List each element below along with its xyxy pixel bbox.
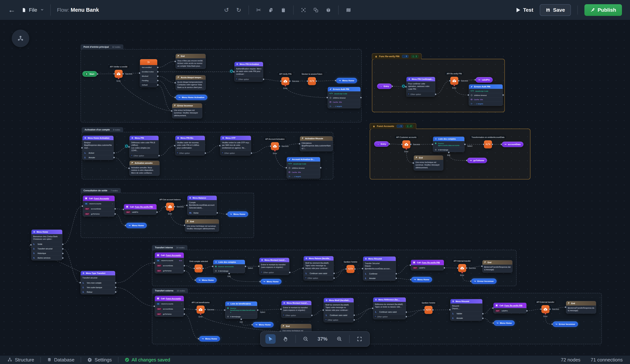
menu-option[interactable]: 1.Continuer sans saisir — [373, 310, 406, 314]
port[interactable] — [115, 282, 116, 284]
workspace-logo[interactable] — [12, 30, 29, 47]
port[interactable] — [320, 167, 322, 169]
other-option-row[interactable]: *Other option — [234, 77, 263, 81]
node-menu_otp[interactable]: Menu OTPVeuillez entrer le code OTP reçu… — [220, 136, 251, 156]
other-option-row[interactable]: *Other option — [324, 317, 354, 322]
node-menu_home_act2[interactable]: Menu Home ActivationBonjour ${apiRespons… — [82, 136, 114, 160]
node-list_comptes2[interactable]: Liste des comptesSource: toAccounts5 ite… — [213, 260, 245, 273]
node-pill_menu_home5[interactable]: ↪Menu Home — [260, 279, 282, 284]
ungroup-button[interactable] — [313, 7, 318, 13]
port[interactable] — [274, 150, 276, 152]
structure-button[interactable]: Structure — [7, 357, 34, 363]
other-option-row[interactable]: *Other option — [220, 151, 251, 155]
group-tab[interactable]: Point d'entrée principal12 nodes — [80, 44, 123, 49]
port[interactable] — [138, 72, 140, 74]
node-activation_annulee[interactable]: Activation annuléeActivation annulée. No… — [130, 161, 160, 176]
port[interactable] — [432, 309, 434, 311]
port[interactable] — [461, 272, 463, 273]
port[interactable] — [193, 268, 195, 269]
node-api_enrole[interactable]: API Vérifier si enrôléSuccessError — [114, 70, 123, 78]
port[interactable] — [432, 144, 434, 145]
port[interactable] — [240, 318, 242, 320]
port[interactable] — [449, 309, 451, 311]
branch-row[interactable]: Enrolled Active — [140, 69, 157, 74]
port[interactable] — [482, 317, 484, 319]
menu-option[interactable]: 1.Continuer sans saisir — [304, 271, 334, 276]
node-pill_menu_home9[interactable]: ↪Menu Home — [494, 320, 515, 326]
port[interactable] — [156, 211, 158, 213]
node-api_external[interactable]: API External transferSuccessError — [542, 305, 550, 313]
port[interactable] — [406, 148, 407, 150]
node-pill_accountdata[interactable]: ↦accountData — [502, 142, 524, 147]
port[interactable] — [326, 97, 328, 99]
menu-option[interactable]: 1.Activer — [82, 151, 114, 155]
port[interactable] — [184, 313, 185, 315]
port[interactable] — [466, 160, 468, 161]
group-g4[interactable]: Funct Accounts→ 1(→ 2 — [370, 129, 530, 180]
port[interactable] — [482, 313, 484, 315]
group-tab[interactable]: Transfert interne14 nodes — [152, 245, 188, 250]
port[interactable] — [306, 80, 308, 82]
port[interactable] — [285, 167, 287, 169]
port[interactable] — [226, 213, 228, 215]
port[interactable] — [62, 248, 64, 250]
port[interactable] — [174, 82, 176, 84]
port[interactable] — [270, 145, 272, 147]
node-pill_mha[interactable]: ↪Menu Home Activation — [176, 95, 208, 100]
node-branch_enrol[interactable]: Not enrolledEnrolled ActiveBlockedPendin… — [140, 59, 158, 87]
node-api_cust_acc[interactable]: API Customer accountsSuccessError — [402, 140, 410, 148]
branch-row[interactable]: Default — [140, 83, 157, 87]
other-option-row[interactable]: *Other option — [406, 92, 435, 96]
group-tab[interactable]: Funct Accounts→ 1(→ 2 — [370, 123, 416, 129]
port[interactable] — [526, 310, 528, 312]
port[interactable] — [174, 96, 176, 98]
save-button[interactable]: Save — [540, 4, 571, 16]
node-code_store[interactable]: Stocker la sessionToken</> — [308, 77, 316, 85]
node-menu_pin_conf[interactable]: Menu PIN Confirmati...Pour confirmer cet… — [406, 77, 435, 97]
port[interactable] — [114, 208, 116, 210]
menu-option[interactable]: 1.Solde — [32, 242, 62, 246]
node-pill_menu_home7[interactable]: ↪Menu Home — [252, 322, 274, 328]
node-api_get_balance[interactable]: API Get account balanceSuccessError — [166, 203, 174, 211]
port[interactable] — [298, 143, 300, 145]
menu-option[interactable]: 4.Autres services — [32, 256, 62, 260]
port[interactable] — [388, 143, 390, 145]
node-menu_resume2[interactable]: Menu RésuméRésumé : Depuis,...1.Valider2… — [450, 299, 482, 321]
node-call_funct2[interactable]: Call: Funct AccountsINreturnAccountstrue… — [155, 252, 184, 273]
port[interactable] — [565, 306, 566, 308]
port[interactable] — [250, 152, 252, 154]
node-menu_pin_bis[interactable]: Menu PIN BisVeuillez saisir de nouveau v… — [175, 136, 205, 156]
port[interactable] — [128, 146, 130, 148]
node-menu_reference[interactable]: Menu Référence (fac...Référence du virem… — [373, 297, 406, 319]
port[interactable] — [259, 281, 261, 283]
group-tab[interactable]: Consultation de solde7 nodes — [80, 188, 121, 193]
port[interactable] — [466, 267, 468, 269]
test-button[interactable]: Test — [516, 7, 533, 13]
port[interactable] — [118, 77, 120, 79]
port[interactable] — [157, 80, 159, 81]
port[interactable] — [114, 213, 116, 215]
node-call_funct3[interactable]: Call: Funct AccountsINreturnAccounts–OUT… — [155, 296, 184, 317]
node-pill_menu_home2[interactable]: ↪Menu Home — [227, 211, 248, 217]
node-api_account_act[interactable]: API Account ActivationSuccessError — [271, 142, 279, 150]
paste-button[interactable] — [281, 7, 286, 13]
port[interactable] — [353, 319, 355, 321]
branch-row[interactable]: Blocked — [140, 74, 157, 78]
redo-button[interactable]: ↻ — [236, 7, 241, 13]
menu-option[interactable]: 2.Vers autre banque — [81, 285, 115, 290]
node-menu_home_main[interactable]: Menu HomeBienvenue chez Zoelya Bank Choi… — [31, 229, 62, 260]
port[interactable] — [401, 144, 403, 145]
port[interactable] — [444, 267, 445, 269]
port[interactable] — [549, 308, 551, 310]
port[interactable] — [171, 110, 172, 112]
node-menu_pin[interactable]: Menu PINDéfinissez votre code PIN (6 chi… — [130, 136, 159, 158]
port[interactable] — [115, 287, 116, 288]
node-menu_motif[interactable]: Menu Motif (facultati...Motif du viremen… — [324, 298, 354, 322]
port[interactable] — [233, 71, 235, 73]
port[interactable] — [154, 305, 155, 307]
node-pill_menu_home6[interactable]: ↪Menu Home — [411, 277, 432, 282]
port[interactable] — [186, 204, 188, 206]
node-code_sanitize1[interactable]: Sanitize l'entrée</> — [346, 265, 354, 273]
port[interactable] — [405, 86, 407, 88]
port[interactable] — [464, 144, 466, 145]
